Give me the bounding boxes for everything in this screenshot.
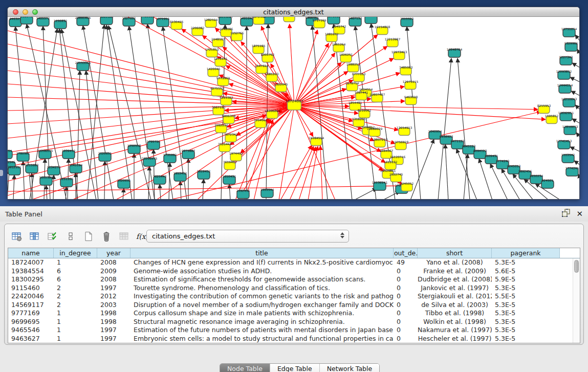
graph-node-label: 2087682 <box>364 17 378 17</box>
graph-node-label: 1615132 <box>384 160 398 164</box>
tab-network-table[interactable]: Network Table <box>320 364 380 372</box>
table-settings-icon[interactable] <box>11 230 23 243</box>
graph-node[interactable] <box>20 17 33 24</box>
table-cell-year: 1997 <box>97 284 130 293</box>
graph-node-label: 18524851 <box>380 169 396 172</box>
table-cell-year: 2008 <box>97 275 130 284</box>
table-row[interactable]: 1456911722003Disruption of a novel membe… <box>8 301 580 310</box>
table-row[interactable]: 1872400712008Changes of HCN gene express… <box>8 258 580 267</box>
graph-edge <box>203 179 204 199</box>
graph-node-label: 1619452 <box>197 169 211 173</box>
tab-node-table[interactable]: Node Table <box>220 364 270 372</box>
graph-node-label: 1234273 <box>47 165 61 169</box>
graph-node-label: 1774245 <box>565 166 579 170</box>
column-header-year[interactable]: year <box>97 248 130 258</box>
table-cell-out_de: 0 <box>394 309 418 318</box>
graph-node-label: 110354 <box>8 149 12 152</box>
table-cell-name: 18300295 <box>8 275 54 284</box>
row-height-icon[interactable] <box>64 230 77 243</box>
window-titlebar[interactable]: citations_edges.txt <box>8 7 579 17</box>
hidden-panel-handle[interactable] <box>0 170 3 176</box>
graph-node[interactable] <box>328 17 340 24</box>
graph-node-label: 9806378 <box>222 114 236 118</box>
graph-node-label: 8572312 <box>252 17 266 18</box>
graph-node-label: 12975115 <box>403 80 419 83</box>
graph-node-label: 8094123 <box>473 149 487 152</box>
graph-node-label: 9245012 <box>400 182 414 185</box>
float-panel-icon[interactable] <box>562 209 570 219</box>
network-canvas[interactable]: 9463253120451405572115683220891406106552… <box>8 17 579 199</box>
column-header-out_de[interactable]: △out_de… <box>394 248 418 258</box>
table-cell-title: Genome-wide association studies in ADHD. <box>130 267 394 276</box>
graph-node[interactable] <box>141 17 154 24</box>
graph-node-label: 17741453 <box>556 139 572 143</box>
graph-node-label: 16120746 <box>390 155 406 159</box>
table-cell-out_de: 49 <box>394 258 418 267</box>
delete-column-icon[interactable] <box>100 230 113 243</box>
graph-node-label: 1774240 <box>496 159 510 163</box>
graph-edge <box>129 26 155 199</box>
graph-edge <box>570 147 579 151</box>
table-cell-title: Estimation of the future numbers of pati… <box>130 326 394 335</box>
graph-edge <box>438 58 451 199</box>
column-header-name[interactable]: name <box>8 248 54 258</box>
select-all-icon[interactable] <box>47 230 59 243</box>
graph-node-label: 1322045 <box>274 82 288 86</box>
graph-node-label: 2206082 <box>191 26 205 30</box>
table-row[interactable]: 1938455462009Genome-wide association stu… <box>8 267 580 276</box>
graph-node-label: 7525443 <box>218 142 232 146</box>
graph-node[interactable] <box>365 17 377 24</box>
table-cell-year: 2012 <box>97 292 130 301</box>
graph-edge <box>104 161 105 199</box>
graph-node-label: 1071915 <box>327 17 341 18</box>
graph-node-label: 9975887 <box>182 149 195 152</box>
graph-node-label: 5051385 <box>39 176 53 179</box>
tab-edge-table[interactable]: Edge Table <box>270 364 320 372</box>
table-row[interactable]: 969969511998Structural magnetic resonanc… <box>8 318 580 326</box>
graph-node-label: 2248086 <box>220 27 233 31</box>
graph-node-label: 1892456 <box>518 169 532 173</box>
graph-edge <box>479 159 492 199</box>
table-selector-dropdown[interactable]: citations_edges.txt <box>146 230 349 243</box>
table-row[interactable]: 1830029562008Estimation of significance … <box>8 275 580 284</box>
table-row[interactable]: 2242004622012Investigating the contribut… <box>8 292 580 301</box>
table-row[interactable]: 946362711997Embryonic stem cells: a mode… <box>8 335 580 343</box>
scrollbar-thumb[interactable] <box>574 260 579 273</box>
dropdown-arrows-icon <box>340 232 344 238</box>
graph-edge <box>464 154 468 199</box>
column-header-filler <box>560 248 580 258</box>
graph-node-label: 2148107 <box>211 37 225 41</box>
graph-edge <box>320 146 322 199</box>
table-row[interactable]: 946554611997Estimation of the future num… <box>8 326 580 335</box>
table-cell-name: 19384554 <box>8 267 54 276</box>
graph-edge <box>197 105 294 199</box>
table-panel: Table Panel ✕ <box>0 206 588 372</box>
graph-node-label: 9773969 <box>216 76 230 80</box>
network-window: citations_edges.txt 94632531204514055721… <box>7 7 580 200</box>
graph-edge <box>572 63 579 68</box>
column-header-title[interactable]: title <box>130 248 394 258</box>
graph-node-label: 8216062 <box>358 108 372 112</box>
column-header-pagerank[interactable]: pagerank <box>492 248 560 258</box>
network-graph[interactable]: 9463253120451405572115683220891406106552… <box>8 17 579 199</box>
graph-node[interactable] <box>284 17 295 22</box>
table-vertical-scrollbar[interactable] <box>573 258 580 343</box>
graph-node-label: 20891406 <box>75 17 91 19</box>
table-cell-title: Disruption of a novel member of a sodium… <box>130 301 394 310</box>
select-columns-icon[interactable] <box>29 230 41 243</box>
graph-node-label: 1491645 <box>240 17 254 20</box>
graph-node-label: 10973493 <box>391 50 407 54</box>
table-row[interactable]: 911546021997Tourette syndrome. Phenomeno… <box>8 284 580 293</box>
close-panel-icon[interactable]: ✕ <box>576 210 583 218</box>
column-header-short[interactable]: short <box>418 248 492 258</box>
graph-node-label: 9463628 <box>404 95 418 99</box>
table-row[interactable]: 977716911998Corpus callosum shape and si… <box>8 309 580 318</box>
new-column-icon[interactable] <box>82 230 95 243</box>
import-table-icon[interactable] <box>118 230 130 243</box>
table-cell-out_de: 0 <box>394 335 418 343</box>
table-type-tabs: Node TableEdge TableNetwork Table <box>220 363 380 372</box>
graph-node-label: 7515523 <box>400 17 414 20</box>
column-header-in_degree[interactable]: in_degree <box>54 248 97 258</box>
graph-node-label: 1735992 <box>163 153 177 157</box>
graph-edge <box>59 29 78 199</box>
